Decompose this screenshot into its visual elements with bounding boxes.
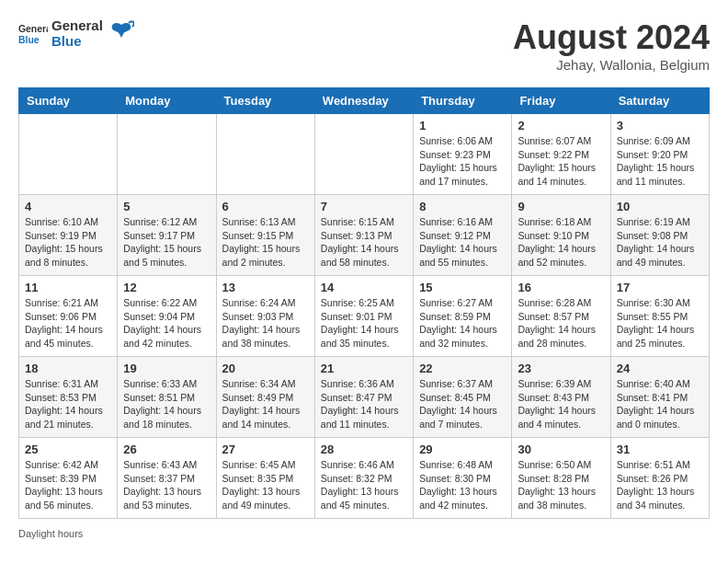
calendar-cell: 23Sunrise: 6:39 AM Sunset: 8:43 PM Dayli… bbox=[512, 357, 610, 438]
day-info: Sunrise: 6:10 AM Sunset: 9:19 PM Dayligh… bbox=[25, 215, 111, 270]
day-number: 6 bbox=[222, 200, 309, 213]
calendar-cell: 4Sunrise: 6:10 AM Sunset: 9:19 PM Daylig… bbox=[19, 195, 118, 276]
day-info: Sunrise: 6:36 AM Sunset: 8:47 PM Dayligh… bbox=[321, 377, 407, 431]
calendar-cell bbox=[216, 114, 314, 195]
svg-text:Blue: Blue bbox=[18, 34, 40, 44]
calendar-cell: 27Sunrise: 6:45 AM Sunset: 8:35 PM Dayli… bbox=[216, 438, 314, 519]
day-number: 23 bbox=[518, 362, 604, 375]
day-info: Sunrise: 6:39 AM Sunset: 8:43 PM Dayligh… bbox=[518, 377, 604, 431]
calendar-cell: 25Sunrise: 6:42 AM Sunset: 8:39 PM Dayli… bbox=[19, 438, 118, 519]
calendar-cell: 9Sunrise: 6:18 AM Sunset: 9:10 PM Daylig… bbox=[512, 195, 610, 276]
calendar-cell: 30Sunrise: 6:50 AM Sunset: 8:28 PM Dayli… bbox=[512, 438, 610, 519]
calendar-cell: 17Sunrise: 6:30 AM Sunset: 8:55 PM Dayli… bbox=[610, 276, 709, 357]
day-number: 16 bbox=[518, 281, 604, 294]
day-info: Sunrise: 6:15 AM Sunset: 9:13 PM Dayligh… bbox=[321, 215, 407, 270]
day-info: Sunrise: 6:18 AM Sunset: 9:10 PM Dayligh… bbox=[518, 215, 604, 270]
calendar-cell: 5Sunrise: 6:12 AM Sunset: 9:17 PM Daylig… bbox=[118, 195, 216, 276]
day-info: Sunrise: 6:16 AM Sunset: 9:12 PM Dayligh… bbox=[419, 215, 506, 270]
day-number: 4 bbox=[25, 200, 111, 213]
day-number: 26 bbox=[123, 442, 210, 456]
day-info: Sunrise: 6:07 AM Sunset: 9:22 PM Dayligh… bbox=[518, 134, 604, 189]
day-number: 19 bbox=[123, 362, 210, 375]
day-info: Sunrise: 6:13 AM Sunset: 9:15 PM Dayligh… bbox=[222, 215, 309, 270]
day-number: 7 bbox=[321, 200, 407, 213]
day-number: 21 bbox=[321, 362, 407, 375]
month-title: August 2024 bbox=[513, 18, 710, 57]
weekday-sunday: Sunday bbox=[19, 88, 118, 114]
day-number: 17 bbox=[617, 281, 703, 294]
weekday-saturday: Saturday bbox=[610, 88, 709, 114]
day-info: Sunrise: 6:46 AM Sunset: 8:32 PM Dayligh… bbox=[321, 458, 407, 512]
location: Jehay, Wallonia, Belgium bbox=[513, 57, 710, 73]
day-info: Sunrise: 6:51 AM Sunset: 8:26 PM Dayligh… bbox=[617, 458, 703, 512]
day-info: Sunrise: 6:09 AM Sunset: 9:20 PM Dayligh… bbox=[617, 134, 703, 189]
day-info: Sunrise: 6:48 AM Sunset: 8:30 PM Dayligh… bbox=[419, 458, 506, 512]
day-number: 15 bbox=[419, 281, 506, 294]
day-number: 18 bbox=[25, 362, 111, 375]
day-info: Sunrise: 6:33 AM Sunset: 8:51 PM Dayligh… bbox=[123, 377, 210, 431]
footer: Daylight hours bbox=[18, 528, 710, 539]
day-number: 1 bbox=[419, 119, 506, 132]
week-row-2: 4Sunrise: 6:10 AM Sunset: 9:19 PM Daylig… bbox=[19, 195, 710, 276]
week-row-5: 25Sunrise: 6:42 AM Sunset: 8:39 PM Dayli… bbox=[19, 438, 710, 519]
day-number: 20 bbox=[222, 362, 309, 375]
calendar-cell: 16Sunrise: 6:28 AM Sunset: 8:57 PM Dayli… bbox=[512, 276, 610, 357]
day-number: 9 bbox=[518, 200, 604, 213]
day-number: 31 bbox=[617, 442, 703, 456]
day-info: Sunrise: 6:40 AM Sunset: 8:41 PM Dayligh… bbox=[617, 377, 703, 431]
day-number: 14 bbox=[321, 281, 407, 294]
day-number: 5 bbox=[123, 200, 210, 213]
daylight-label: Daylight hours bbox=[18, 528, 83, 539]
day-info: Sunrise: 6:12 AM Sunset: 9:17 PM Dayligh… bbox=[123, 215, 210, 270]
week-row-1: 1Sunrise: 6:06 AM Sunset: 9:23 PM Daylig… bbox=[19, 114, 710, 195]
calendar-cell: 15Sunrise: 6:27 AM Sunset: 8:59 PM Dayli… bbox=[414, 276, 512, 357]
day-info: Sunrise: 6:43 AM Sunset: 8:37 PM Dayligh… bbox=[123, 458, 210, 512]
calendar-cell: 2Sunrise: 6:07 AM Sunset: 9:22 PM Daylig… bbox=[512, 114, 610, 195]
calendar-cell: 20Sunrise: 6:34 AM Sunset: 8:49 PM Dayli… bbox=[216, 357, 314, 438]
day-info: Sunrise: 6:28 AM Sunset: 8:57 PM Dayligh… bbox=[518, 296, 604, 350]
calendar-cell: 24Sunrise: 6:40 AM Sunset: 8:41 PM Dayli… bbox=[610, 357, 709, 438]
day-number: 13 bbox=[222, 281, 309, 294]
calendar-cell: 3Sunrise: 6:09 AM Sunset: 9:20 PM Daylig… bbox=[610, 114, 709, 195]
weekday-monday: Monday bbox=[118, 88, 216, 114]
calendar-cell: 26Sunrise: 6:43 AM Sunset: 8:37 PM Dayli… bbox=[118, 438, 216, 519]
day-info: Sunrise: 6:37 AM Sunset: 8:45 PM Dayligh… bbox=[419, 377, 506, 431]
week-row-3: 11Sunrise: 6:21 AM Sunset: 9:06 PM Dayli… bbox=[19, 276, 710, 357]
calendar-cell: 6Sunrise: 6:13 AM Sunset: 9:15 PM Daylig… bbox=[216, 195, 314, 276]
day-info: Sunrise: 6:50 AM Sunset: 8:28 PM Dayligh… bbox=[518, 458, 604, 512]
calendar-cell: 8Sunrise: 6:16 AM Sunset: 9:12 PM Daylig… bbox=[414, 195, 512, 276]
day-number: 12 bbox=[123, 281, 210, 294]
day-number: 29 bbox=[419, 442, 506, 456]
weekday-header-row: SundayMondayTuesdayWednesdayThursdayFrid… bbox=[19, 88, 710, 114]
day-number: 30 bbox=[518, 442, 604, 456]
title-block: August 2024 Jehay, Wallonia, Belgium bbox=[513, 18, 710, 73]
day-number: 10 bbox=[617, 200, 703, 213]
day-info: Sunrise: 6:27 AM Sunset: 8:59 PM Dayligh… bbox=[419, 296, 506, 350]
weekday-thursday: Thursday bbox=[414, 88, 512, 114]
day-number: 24 bbox=[617, 362, 703, 375]
calendar-cell bbox=[314, 114, 413, 195]
day-number: 2 bbox=[518, 119, 604, 132]
svg-text:General: General bbox=[18, 24, 48, 34]
day-info: Sunrise: 6:34 AM Sunset: 8:49 PM Dayligh… bbox=[222, 377, 309, 431]
day-info: Sunrise: 6:06 AM Sunset: 9:23 PM Dayligh… bbox=[419, 134, 506, 189]
logo: General Blue General Blue bbox=[18, 18, 134, 49]
calendar-cell: 28Sunrise: 6:46 AM Sunset: 8:32 PM Dayli… bbox=[314, 438, 413, 519]
calendar-cell: 31Sunrise: 6:51 AM Sunset: 8:26 PM Dayli… bbox=[610, 438, 709, 519]
day-number: 8 bbox=[419, 200, 506, 213]
calendar-cell: 14Sunrise: 6:25 AM Sunset: 9:01 PM Dayli… bbox=[314, 276, 413, 357]
calendar-cell: 19Sunrise: 6:33 AM Sunset: 8:51 PM Dayli… bbox=[118, 357, 216, 438]
week-row-4: 18Sunrise: 6:31 AM Sunset: 8:53 PM Dayli… bbox=[19, 357, 710, 438]
logo-general: General bbox=[51, 18, 103, 34]
calendar-cell: 13Sunrise: 6:24 AM Sunset: 9:03 PM Dayli… bbox=[216, 276, 314, 357]
calendar-cell: 22Sunrise: 6:37 AM Sunset: 8:45 PM Dayli… bbox=[414, 357, 512, 438]
weekday-wednesday: Wednesday bbox=[314, 88, 413, 114]
logo-bird-icon bbox=[108, 17, 134, 43]
day-info: Sunrise: 6:42 AM Sunset: 8:39 PM Dayligh… bbox=[25, 458, 111, 512]
calendar-cell: 11Sunrise: 6:21 AM Sunset: 9:06 PM Dayli… bbox=[19, 276, 118, 357]
calendar-cell: 18Sunrise: 6:31 AM Sunset: 8:53 PM Dayli… bbox=[19, 357, 118, 438]
calendar-cell bbox=[19, 114, 118, 195]
day-info: Sunrise: 6:19 AM Sunset: 9:08 PM Dayligh… bbox=[617, 215, 703, 270]
weekday-friday: Friday bbox=[512, 88, 610, 114]
day-number: 25 bbox=[25, 442, 111, 456]
